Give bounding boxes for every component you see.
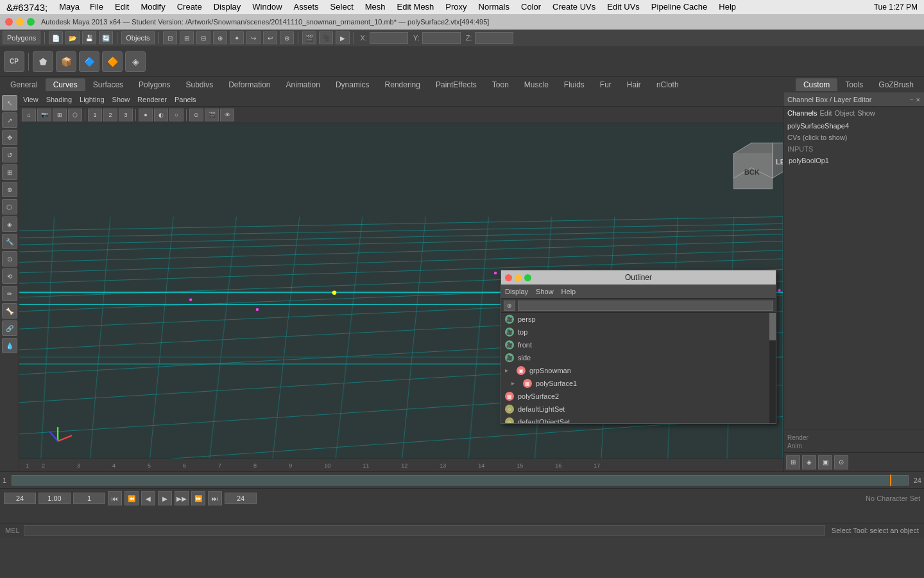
tb-btn-2[interactable]: 📂: [65, 31, 80, 44]
vm-renderer[interactable]: Renderer: [137, 96, 167, 103]
minimize-button[interactable]: [16, 18, 24, 26]
menu-create-uvs[interactable]: Create UVs: [547, 0, 601, 14]
vt-snap-toggle[interactable]: ⊙: [189, 109, 203, 121]
vt-home[interactable]: ⌂: [22, 109, 36, 121]
maximize-button[interactable]: [27, 18, 35, 26]
cb-btn-4[interactable]: ⊙: [834, 455, 848, 469]
menu-create[interactable]: Create: [172, 0, 207, 14]
tb-snap-2[interactable]: ⊞: [180, 31, 194, 44]
tool-fluid-nozzle[interactable]: 💧: [2, 338, 17, 353]
transport-prev-frame[interactable]: ◀: [141, 491, 155, 505]
outliner-menu-help[interactable]: Help: [561, 288, 576, 295]
mel-input[interactable]: [24, 525, 825, 536]
tab-toon[interactable]: Toon: [484, 78, 517, 91]
tab-curves[interactable]: Curves: [46, 78, 85, 91]
outliner-menu-display[interactable]: Display: [505, 288, 528, 295]
y-input[interactable]: [422, 32, 461, 44]
vt-wireframe[interactable]: ⬡: [68, 109, 82, 121]
vt-shading-1[interactable]: ●: [139, 109, 153, 121]
outliner-item-polysurface1[interactable]: ▸ ▦ polySurface1: [501, 377, 769, 390]
tb-snap-5[interactable]: ✦: [230, 31, 244, 44]
vt-display-3[interactable]: 3: [119, 109, 133, 121]
tab-rendering[interactable]: Rendering: [377, 78, 428, 91]
tb-snap-8[interactable]: ⊛: [280, 31, 294, 44]
tb-snap-6[interactable]: ↪: [246, 31, 261, 44]
close-button[interactable]: [5, 18, 13, 26]
menu-assets[interactable]: Assets: [289, 0, 324, 14]
tool-paint[interactable]: ✏: [2, 286, 17, 301]
vt-shading-3[interactable]: ○: [169, 109, 184, 121]
tab-gozbru[interactable]: GoZBrush: [871, 78, 921, 91]
shelf-btn-2[interactable]: 📦: [56, 51, 76, 72]
channel-box-minimize[interactable]: −: [909, 96, 913, 103]
menu-proxy[interactable]: Proxy: [440, 0, 472, 14]
cb-btn-1[interactable]: ⊞: [786, 455, 800, 469]
time-field-2[interactable]: [38, 493, 71, 504]
end-time-field[interactable]: [225, 493, 257, 504]
transport-to-end[interactable]: ⏭: [208, 491, 222, 505]
tb-snap-7[interactable]: ↩: [263, 31, 277, 44]
tb-render-1[interactable]: 🎬: [302, 31, 316, 44]
vt-render-region[interactable]: 🎬: [205, 109, 219, 121]
outliner-item-persp[interactable]: 🎥 persp: [501, 313, 769, 326]
tab-subdivs[interactable]: Subdivs: [178, 78, 221, 91]
menu-pipeline-cache[interactable]: Pipeline Cache: [646, 0, 712, 14]
outliner-close[interactable]: [505, 274, 512, 281]
outliner-minimize[interactable]: [515, 274, 522, 281]
tool-sculpt[interactable]: ◈: [2, 216, 17, 232]
cb-tab-edit[interactable]: Edit: [819, 109, 832, 117]
apple-menu[interactable]: &#63743;: [6, 2, 47, 13]
tool-rotate[interactable]: ↺: [2, 147, 17, 162]
vt-display-2[interactable]: 2: [103, 109, 117, 121]
polysurface1-expand[interactable]: ▸: [511, 380, 519, 387]
z-input[interactable]: [475, 32, 513, 44]
shelf-cp[interactable]: CP: [4, 51, 24, 72]
outliner-item-polysurface2[interactable]: ▦ polySurface2: [501, 390, 769, 403]
menu-help[interactable]: Help: [714, 0, 741, 14]
tb-render-2[interactable]: 🎥: [319, 31, 333, 44]
tb-btn-1[interactable]: 📄: [49, 31, 63, 44]
tab-custom[interactable]: Custom: [796, 78, 837, 91]
channel-box-close[interactable]: ×: [916, 96, 920, 103]
vt-camera[interactable]: 📷: [37, 109, 51, 121]
input-polyboolop1[interactable]: polyBoolOp1: [783, 155, 924, 166]
menu-normals[interactable]: Normals: [474, 0, 515, 14]
menu-edit-uvs[interactable]: Edit UVs: [602, 0, 645, 14]
current-time-field[interactable]: [4, 493, 36, 504]
shelf-btn-3[interactable]: 🔷: [79, 51, 99, 72]
frame-field[interactable]: [73, 493, 105, 504]
tool-universal[interactable]: ⊕: [2, 182, 17, 197]
tool-show-manipulator[interactable]: 🔧: [2, 234, 17, 249]
tb-snap-4[interactable]: ⊕: [213, 31, 227, 44]
tab-painteffects[interactable]: PaintEffects: [428, 78, 484, 91]
transport-next-frame[interactable]: ▶▶: [175, 491, 189, 505]
outliner-item-top[interactable]: 🎥 top: [501, 326, 769, 338]
tab-dynamics[interactable]: Dynamics: [328, 78, 377, 91]
tab-tools[interactable]: Tools: [837, 78, 871, 91]
vt-grid[interactable]: ⊞: [53, 109, 67, 121]
tool-render-settings[interactable]: ⟲: [2, 268, 17, 284]
tb-render-3[interactable]: ▶: [336, 31, 350, 44]
tab-muscle[interactable]: Muscle: [517, 78, 556, 91]
tool-lasso-select[interactable]: ↗: [2, 112, 17, 128]
menu-modify[interactable]: Modify: [135, 0, 170, 14]
tool-move[interactable]: ✥: [2, 130, 17, 145]
tb-btn-4[interactable]: 🔄: [99, 31, 113, 44]
mode-dropdown[interactable]: Polygons: [3, 31, 40, 44]
tool-snap[interactable]: ⊙: [2, 251, 17, 267]
vm-shading[interactable]: Shading: [46, 96, 72, 103]
tool-soft-mod[interactable]: ⬡: [2, 199, 17, 215]
menu-color[interactable]: Color: [516, 0, 546, 14]
cb-tab-object[interactable]: Object: [834, 109, 855, 117]
tab-hair[interactable]: Hair: [619, 78, 649, 91]
outliner-scrollbar[interactable]: [769, 313, 776, 423]
menu-select[interactable]: Select: [325, 0, 359, 14]
cb-btn-3[interactable]: ▣: [818, 455, 832, 469]
outliner-item-defaultlightset[interactable]: ○ defaultLightSet: [501, 403, 769, 416]
tab-surfaces[interactable]: Surfaces: [85, 78, 131, 91]
cb-btn-2[interactable]: ◈: [802, 455, 816, 469]
transport-prev-key[interactable]: ⏪: [124, 491, 139, 505]
menu-maya[interactable]: Maya: [54, 0, 85, 14]
shelf-btn-4[interactable]: 🔶: [102, 51, 123, 72]
tab-fur[interactable]: Fur: [592, 78, 619, 91]
